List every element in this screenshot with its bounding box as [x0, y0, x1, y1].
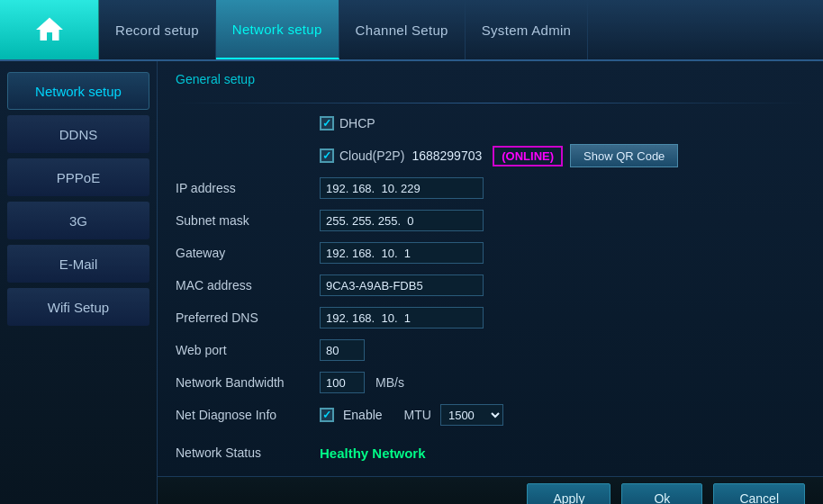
- sidebar-item-pppoe[interactable]: PPPoE: [7, 158, 149, 196]
- sidebar-item-email[interactable]: E-Mail: [7, 245, 149, 283]
- sidebar-item-network-setup[interactable]: Network setup: [7, 72, 149, 110]
- cloud-checkbox-row: Cloud(P2P): [320, 148, 404, 163]
- webport-input[interactable]: [320, 339, 365, 361]
- sidebar-item-3g[interactable]: 3G: [7, 202, 149, 239]
- cloud-id: 1688299703: [412, 148, 482, 163]
- ip-label: IP address: [176, 181, 320, 195]
- mtu-label: MTU: [404, 408, 431, 422]
- netstatus-label: Network Status: [176, 446, 320, 460]
- form-grid: DHCP Cloud(P2P) 1688299703 (ONLINE): [176, 111, 805, 465]
- network-setup-tab[interactable]: Network setup: [216, 0, 339, 59]
- bandwidth-row: Network Bandwidth MB/s: [176, 370, 805, 395]
- content-area: General setup DHCP: [158, 61, 823, 476]
- netdiag-label: Net Diagnose Info: [176, 408, 320, 422]
- divider: [176, 103, 805, 104]
- channel-setup-tab[interactable]: Channel Setup: [339, 0, 466, 59]
- sidebar-item-wifi[interactable]: Wifi Setup: [7, 288, 149, 326]
- netstatus-value: Healthy Network: [320, 446, 426, 461]
- gateway-row: Gateway: [176, 240, 805, 266]
- show-qr-button[interactable]: Show QR Code: [570, 144, 678, 167]
- record-setup-tab[interactable]: Record setup: [99, 0, 216, 59]
- dns-row: Preferred DNS: [176, 305, 805, 330]
- sidebar: Network setup DDNS PPPoE 3G E-Mail Wifi …: [0, 61, 158, 504]
- main-layout: Network setup DDNS PPPoE 3G E-Mail Wifi …: [0, 61, 823, 504]
- netstatus-row: Network Status Healthy Network: [176, 440, 805, 465]
- online-badge: (ONLINE): [493, 146, 563, 166]
- sidebar-item-ddns[interactable]: DDNS: [7, 115, 149, 153]
- dhcp-checkbox-row: DHCP: [320, 116, 375, 130]
- dhcp-row: DHCP: [176, 111, 805, 136]
- dns-label: Preferred DNS: [176, 310, 320, 325]
- webport-label: Web port: [176, 343, 320, 357]
- home-tab[interactable]: [0, 0, 99, 59]
- cloud-checkbox[interactable]: [320, 148, 334, 163]
- cloud-label: Cloud(P2P): [339, 148, 404, 163]
- subnet-input[interactable]: [320, 210, 484, 231]
- apply-button[interactable]: Apply: [527, 483, 610, 505]
- cloud-row: Cloud(P2P) 1688299703 (ONLINE) Show QR C…: [176, 143, 805, 168]
- mac-row: MAC address: [176, 273, 805, 298]
- mtu-select[interactable]: 1500 1400 1300: [440, 404, 503, 426]
- cancel-button[interactable]: Cancel: [713, 483, 805, 505]
- webport-row: Web port: [176, 338, 805, 363]
- bandwidth-label: Network Bandwidth: [176, 375, 320, 390]
- dhcp-checkbox[interactable]: [320, 116, 334, 130]
- enable-row: Enable MTU 1500 1400 1300: [320, 404, 503, 426]
- bandwidth-unit: MB/s: [375, 375, 404, 390]
- section-title: General setup: [176, 72, 805, 90]
- mac-label: MAC address: [176, 278, 320, 292]
- netdiag-row: Net Diagnose Info Enable MTU 1500 1400 1…: [176, 402, 805, 428]
- enable-label: Enable: [343, 408, 383, 422]
- dhcp-label: DHCP: [339, 116, 375, 130]
- action-bar: Apply Ok Cancel: [158, 476, 823, 504]
- ip-row: IP address: [176, 176, 805, 201]
- system-admin-tab[interactable]: System Admin: [466, 0, 588, 59]
- mac-input[interactable]: [320, 274, 484, 296]
- ok-button[interactable]: Ok: [621, 483, 702, 505]
- subnet-label: Subnet mask: [176, 213, 320, 228]
- top-navigation: Record setup Network setup Channel Setup…: [0, 0, 823, 61]
- gateway-label: Gateway: [176, 246, 320, 260]
- bandwidth-input[interactable]: [320, 372, 365, 393]
- ip-input[interactable]: [320, 177, 484, 199]
- subnet-row: Subnet mask: [176, 208, 805, 233]
- dns-input[interactable]: [320, 307, 484, 328]
- enable-checkbox[interactable]: [320, 408, 334, 422]
- gateway-input[interactable]: [320, 242, 484, 264]
